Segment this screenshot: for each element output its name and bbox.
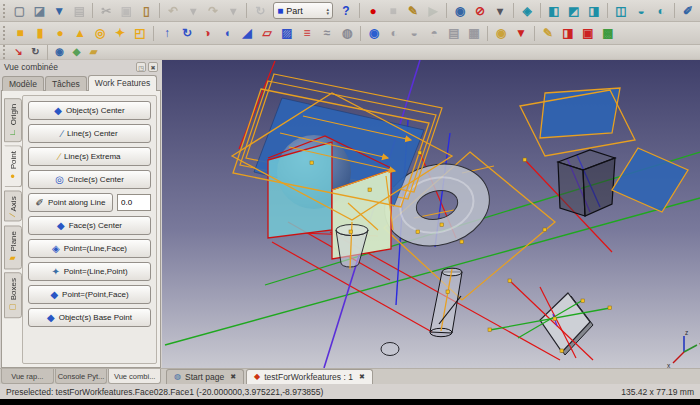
revolve-button[interactable]: ↻ [177,24,197,43]
cut-button[interactable]: ✂ [96,1,116,20]
convert-to-solid-button[interactable]: ▩ [598,24,618,43]
work-plane-button[interactable]: ▰ [85,46,102,59]
redo-dropdown[interactable]: ▾ [223,1,243,20]
icon-glyph: ▶ [428,5,437,17]
draw-style-button[interactable]: ⊘ [470,1,490,20]
mirror-button[interactable]: ◑ [197,24,217,43]
save-button[interactable]: ▼ [49,1,69,20]
loft-button[interactable]: ≡ [297,24,317,43]
faces-center-button[interactable]: ◆Face(s) Center [28,216,151,235]
tab-modele[interactable]: Modèle [2,76,44,91]
point-along-line-row: ✐ Point along Line [28,193,151,212]
spinner-arrows-icon[interactable]: ▴▾ [326,7,329,15]
part-sphere-button[interactable]: ● [50,24,70,43]
lines-center-button[interactable]: ∕Line(s) Center [28,124,151,143]
refresh-button[interactable]: ↻ [250,1,270,20]
make-face-button[interactable]: ▱ [257,24,277,43]
view-rear-button[interactable]: ◫ [611,1,631,20]
open-file-button[interactable]: ◪ [29,1,49,20]
view-isometric-button[interactable]: ◈ [517,1,537,20]
circles-center-button[interactable]: ◎Circle(s) Center [28,170,151,189]
lines-extrema-button[interactable]: ∕Line(s) Extrema [28,147,151,166]
offset-button[interactable]: ◍ [337,24,357,43]
undo-button[interactable]: ↶ [163,1,183,20]
refine-shape-button[interactable]: ✎ [538,24,558,43]
zoom-region-button[interactable]: ◉ [51,46,68,59]
measure-button[interactable]: ✐ [678,1,698,20]
cross-sections-button[interactable]: ▤ [444,24,464,43]
side-tab-plane[interactable]: ▰Plane [4,225,22,269]
point-along-line-button[interactable]: ✐ Point along Line [28,193,113,212]
boolean-union-button[interactable]: ◒ [404,24,424,43]
draw-style-dropdown[interactable]: ▾ [490,1,510,20]
tab-console-python[interactable]: Console Pyt... [55,369,108,384]
print-button[interactable]: ▤ [69,1,89,20]
point-line-point-button[interactable]: ✦Point=(Line,Point) [28,262,151,281]
copy-button[interactable]: ▣ [116,1,136,20]
create-primitives-button[interactable]: ✦ [110,24,130,43]
new-file-button[interactable]: ▢ [9,1,29,20]
point-line-face-button[interactable]: ◈Point=(Line,Face) [28,239,151,258]
close-icon[interactable]: ✖ [230,373,236,381]
objects-center-button[interactable]: ◆Object(s) Center [28,101,151,120]
create-face-button[interactable]: ◆ [68,46,85,59]
part-box-button[interactable]: ■ [10,24,30,43]
defeaturing-button[interactable]: ▼ [511,24,531,43]
reverse-shapes-button[interactable]: ◨ [558,24,578,43]
close-panel-icon[interactable]: ✖ [148,62,158,72]
tab-document[interactable]: ◆ testForWorkfeatures : 1 ✖ [246,369,373,384]
extrude-button[interactable]: ↑ [157,24,177,43]
part-cone-button[interactable]: ▲ [70,24,90,43]
tab-start-page[interactable]: ◍ Start page ✖ [166,369,244,384]
fillet-button[interactable]: ◖ [217,24,237,43]
view-left-button[interactable]: ◐ [651,1,671,20]
chamfer-button[interactable]: ◢ [237,24,257,43]
boolean-button[interactable]: ◉ [364,24,384,43]
part-torus-button[interactable]: ◎ [90,24,110,43]
macro-play-button[interactable]: ▶ [423,1,443,20]
macro-stop-button[interactable]: ■ [383,1,403,20]
side-tab-boxes[interactable]: ▢Boxes [4,272,22,318]
tab-vue-rapport[interactable]: Vue rap... [1,369,54,384]
close-icon[interactable]: ✖ [359,373,365,381]
boolean-cut-button[interactable]: ◐ [384,24,404,43]
compound-button[interactable]: ▦ [464,24,484,43]
tab-work-features[interactable]: Work Features [88,75,158,91]
rotation-button[interactable]: ↻ [27,46,44,59]
3d-viewport[interactable]: z Y x [162,60,700,368]
boolean-common-button[interactable]: ◓ [424,24,444,43]
part-cylinder-button[interactable]: ▮ [30,24,50,43]
point-tools-group: ◆Object(s) Center∕Line(s) Center∕Line(s)… [22,95,157,364]
icon-glyph: ▰ [90,47,98,57]
macro-record-button[interactable]: ● [363,1,383,20]
toolbar-separator [47,45,48,60]
point-point-face-button[interactable]: ◆Point=(Point,Face) [28,285,151,304]
redo-button[interactable]: ↷ [203,1,223,20]
side-tab-origin[interactable]: ∟Origin [4,98,22,142]
shape-builder-button[interactable]: ◰ [130,24,150,43]
macro-edit-button[interactable]: ✎ [403,1,423,20]
paste-button[interactable]: ▯ [136,1,156,20]
side-tab-point[interactable]: ●Point [4,145,22,187]
view-right-button[interactable]: ◨ [584,1,604,20]
workbench-selector[interactable]: ■ Part ▴▾ [273,2,333,19]
whatsthis-button[interactable]: ? [336,1,356,20]
side-tab-axis[interactable]: ∕Axis [4,190,22,221]
undo-dropdown[interactable]: ▾ [183,1,203,20]
ruled-surface-button[interactable]: ▨ [277,24,297,43]
icon-glyph: ▨ [281,27,292,39]
point-along-line-input[interactable] [117,194,151,211]
view-front-button[interactable]: ◧ [544,1,564,20]
float-panel-icon[interactable]: ◳ [136,62,146,72]
objects-base-point-button[interactable]: ◆Object(s) Base Point [28,308,151,327]
datum-point-button[interactable]: ↘ [10,46,27,59]
tab-taches[interactable]: Tâches [45,76,87,91]
button-icon: ◆ [54,106,62,116]
view-top-button[interactable]: ◩ [564,1,584,20]
view-bottom-button[interactable]: ◒ [631,1,651,20]
zoom-fit-button[interactable]: ◉ [450,1,470,20]
sweep-button[interactable]: ≈ [317,24,337,43]
simple-copy-button[interactable]: ▣ [578,24,598,43]
check-geometry-button[interactable]: ◉ [491,24,511,43]
tab-vue-combinee[interactable]: Vue combi... [108,369,161,384]
